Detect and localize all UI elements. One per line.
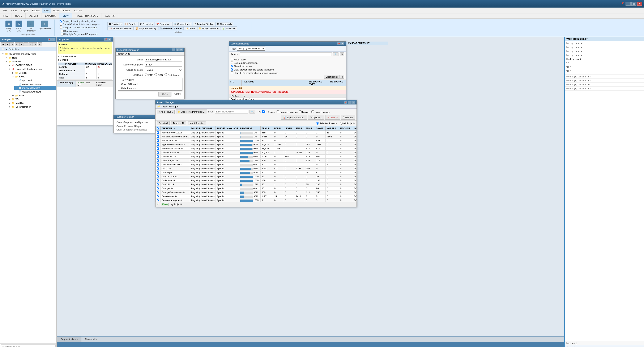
dropdown-item-palle[interactable]: Palle Peterson	[118, 86, 182, 90]
radio-fte[interactable]: FTE	[145, 73, 153, 76]
col-for-review[interactable]: FOR R...	[273, 126, 284, 131]
terms-window-btn[interactable]: 📝Terms	[184, 26, 197, 30]
expense-restore-button[interactable]: □	[176, 48, 179, 52]
active-tm-tab[interactable]: Active TM & MT	[76, 80, 94, 87]
display-fonts-checkbox[interactable]: Display fonts	[61, 30, 98, 32]
col-machine[interactable]: MACHINE...	[339, 126, 353, 131]
all-projects-radio[interactable]: All Projects	[340, 122, 355, 124]
pm-row-checkbox[interactable]	[156, 135, 160, 139]
concordance-window-btn[interactable]: 🔍Concordance	[172, 22, 192, 26]
tab-add-ins[interactable]: ADD-INS	[102, 14, 118, 18]
tab-home[interactable]: HOME	[12, 14, 26, 18]
tree-item-catalyst-exe[interactable]: ▶ ⚙ CATALYST.EXE	[8, 63, 56, 67]
pm-row-checkbox[interactable]	[156, 166, 160, 170]
pm-table-row[interactable]: Dev.Web.es.ttk English (United States) S…	[156, 194, 357, 198]
expense-minimize-button[interactable]: ─	[172, 48, 175, 52]
pm-row-checkbox[interactable]	[156, 178, 160, 182]
refresh-button[interactable]: ↻ Refresh	[341, 115, 355, 120]
string-view-button[interactable]: ≡ StringView	[4, 20, 14, 32]
expense-menu-aide[interactable]: Aide	[126, 52, 130, 55]
val-close-button[interactable]: ✕	[341, 42, 344, 45]
employee-input[interactable]	[145, 63, 182, 66]
pm-table-row[interactable]: AleDriver.es.ttk English (United States)…	[156, 139, 357, 143]
navigator-pin-button[interactable]: 📌	[48, 38, 51, 41]
pm-row-checkbox[interactable]	[156, 170, 160, 174]
nav-close-button[interactable]: ✕	[38, 42, 42, 46]
deselect-all-button[interactable]: Deselect All	[171, 121, 186, 125]
pm-row-checkbox[interactable]	[156, 143, 160, 147]
tab-experts[interactable]: EXPERTS	[42, 14, 60, 18]
pm-table-row[interactable]: AppDevServices.es.ttk English (United St…	[156, 143, 357, 147]
col-translated[interactable]: TRANSL...	[260, 126, 273, 131]
bottom-tab-segment-history[interactable]: Segment History	[57, 336, 81, 342]
tree-item-mainwindow[interactable]: ▶ 📄 mainwindow.baml	[14, 86, 56, 90]
visual-view-button[interactable]: 🖼 VisualView	[14, 20, 24, 32]
pm-filter-input[interactable]	[215, 110, 248, 114]
export-stats-button[interactable]: 📊 Export Statistics...	[281, 115, 307, 120]
tree-item-png[interactable]: ▶ 📁 PNG	[11, 94, 56, 97]
col-85[interactable]: 85%-9...	[305, 126, 315, 131]
options-button[interactable]: ⚙ Options...	[308, 115, 324, 120]
selected-projects-radio[interactable]: Selected Projects	[316, 122, 338, 124]
pm-row-checkbox[interactable]	[156, 190, 160, 194]
tree-item-version[interactable]: ▶ 📁 Version	[11, 71, 56, 75]
navigator-close-button[interactable]: ✕	[52, 38, 55, 41]
nav-refresh-button[interactable]: ↻	[15, 42, 19, 46]
expand-madcap[interactable]: ▶	[8, 102, 11, 104]
pm-ttk-name-checkbox[interactable]: TTK Name	[262, 110, 275, 113]
statistics-window-btn[interactable]: 📊Statistics	[221, 26, 237, 30]
nav-forward-button[interactable]: ▶	[6, 42, 10, 46]
pm-table-row[interactable]: CATTranslateLib.ttk English (United Stat…	[156, 162, 357, 166]
tree-item-project[interactable]: ▼ 📁 My sample project (7 files)	[1, 52, 56, 56]
pm-close-button[interactable]: ✕	[352, 101, 355, 104]
pm-table-row[interactable]: CATDatabase.ttk English (United States) …	[156, 151, 357, 154]
acrolinx-window-btn[interactable]: ✓Acrolinx Sidebar	[193, 22, 215, 26]
dropdown-item-claire[interactable]: Claire O'Donnell	[118, 82, 182, 86]
col-progress[interactable]: PROGRESS	[239, 126, 260, 131]
tree-item-help[interactable]: ▶ 📁 Help	[4, 56, 56, 60]
use-regex-checkbox[interactable]: Use regular expression	[230, 61, 344, 64]
pm-table-row[interactable]: CatalystServices.es.ttk English (United …	[156, 190, 357, 194]
val-result-item-5[interactable]: Hotkey count	[565, 57, 644, 61]
pm-row-checkbox[interactable]	[156, 151, 160, 154]
highlight-seg-checkbox[interactable]: Highlight Segmented Paragraphs	[61, 33, 98, 36]
reference-tab[interactable]: Reference[3]	[57, 80, 76, 87]
clear-all-button[interactable]: ✕ Clear All	[325, 115, 340, 120]
pm-table-row[interactable]: Catalyst.ttk English (United States) Spa…	[156, 186, 357, 190]
nav-collapse-button[interactable]: −	[28, 42, 33, 46]
navigator-search-input[interactable]	[1, 344, 56, 347]
pm-pin-button[interactable]: 📌	[344, 101, 347, 104]
validation-results-window-btn[interactable]: ⚠Validation Results	[158, 26, 184, 30]
pm-table-row[interactable]: DeviceManager.es.ttk English (United Sta…	[156, 198, 357, 202]
project-manager-window-btn[interactable]: 📁Project Manager	[197, 26, 221, 30]
pin-icon[interactable]: 📌	[620, 2, 625, 6]
pm-table-row[interactable]: Assembly Classes.ttk English (United Sta…	[156, 147, 357, 151]
clear-ttks-checkbox[interactable]: Clear TTKs results when a project is clo…	[230, 71, 344, 74]
val-pin-button[interactable]: 📌	[337, 42, 340, 45]
error-row[interactable]: ⚠ INCONSISTENT HOTKEY CHARACTER (4 ISSUE…	[229, 90, 346, 94]
invert-selection-button[interactable]: Invert Selection	[188, 121, 206, 125]
wrap-text-checkbox[interactable]: Wrap Text for Max Size Validation	[60, 26, 100, 29]
tree-item-baml[interactable]: ▼ 📁 BAML	[11, 75, 56, 78]
nav-back-button[interactable]: ◀	[1, 42, 5, 46]
creer-button[interactable]: Créer	[158, 92, 172, 96]
tree-item-viewchart[interactable]: ▶ 📄 viewchartwindow.t	[14, 90, 56, 94]
add-from-folder-button[interactable]: 📁 Add TTKs from folder...	[176, 110, 207, 114]
pm-row-checkbox[interactable]	[156, 154, 160, 158]
split-vertically-button[interactable]: ‖ Split Vertically	[38, 20, 52, 32]
expand-baml[interactable]: ▼	[12, 75, 14, 78]
val-result-item-2[interactable]: hotkey character	[565, 45, 644, 49]
val-clear-search-button[interactable]: ✕	[340, 52, 344, 56]
pm-table-row[interactable]: CatCbLib.ttk English (United States) Spa…	[156, 182, 357, 186]
pm-table-row[interactable]: CatCommon.ttk English (United States) Sp…	[156, 174, 357, 178]
val-result-item-1[interactable]: hotkey character	[565, 41, 644, 45]
nav-up-button[interactable]: ▲	[10, 42, 14, 46]
col-not-trans[interactable]: NOT TRA...	[326, 126, 339, 131]
menu-power-translate[interactable]: Power Translate	[51, 8, 72, 12]
context-header[interactable]: ▶ Context	[58, 58, 112, 62]
menu-file[interactable]: File	[1, 8, 9, 12]
expand-catalyst[interactable]: ▶	[8, 64, 11, 66]
pm-row-checkbox[interactable]	[156, 174, 160, 178]
dropdown-item-terry[interactable]: Terry Adams	[118, 78, 182, 82]
menu-experts[interactable]: Experts	[30, 8, 42, 12]
